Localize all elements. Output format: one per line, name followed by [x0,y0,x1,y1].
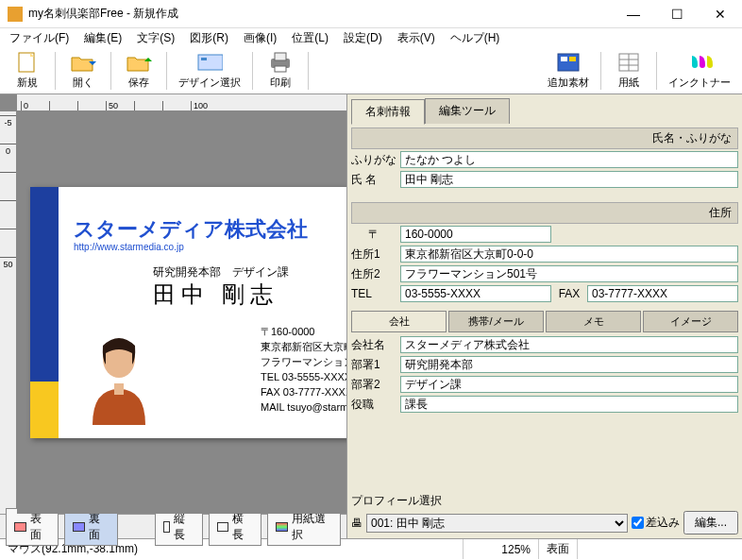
svg-rect-2 [201,58,207,60]
print-button[interactable]: 印刷 [257,49,304,92]
svg-rect-5 [275,66,286,72]
svg-rect-1 [198,55,223,70]
profile-select[interactable]: 001: 田中 剛志 [366,514,628,533]
card-blue-stripe [30,187,59,382]
right-panel: 名刺情報 編集ツール 氏名・ふりがな ふりがな 氏 名 住所 〒 住所1 住所2… [346,94,742,538]
company-input[interactable] [400,336,738,353]
fax-input[interactable] [587,285,738,302]
addr2-input[interactable] [400,265,738,282]
insert-checkbox[interactable]: 差込み [632,515,680,531]
card-address: 〒160-0000 東京都新宿区大京町0-0-0 フラワーマンション501号 T… [261,324,346,415]
canvas-area: 050100 -5050 スターメディア株式会社 http://www.star… [0,94,346,538]
app-icon [8,7,23,22]
subtab-company[interactable]: 会社 [351,311,447,332]
furigana-input[interactable] [400,151,738,168]
profile-select-area: プロフィール選択 🖶 001: 田中 剛志 差込み 編集... [351,493,738,535]
menu-image[interactable]: 画像(I) [238,28,282,48]
subtab-image[interactable]: イメージ [643,311,738,332]
menu-help[interactable]: ヘルプ(H) [445,28,506,48]
section-name: 氏名・ふりがな [351,127,738,149]
menu-text[interactable]: 文字(S) [131,28,180,48]
card-dept: 研究開発本部 デザイン課 [153,264,289,280]
ruler-horizontal: 050100 [17,94,346,111]
ink-button[interactable]: インクトナー [661,49,738,92]
svg-rect-4 [275,53,286,60]
window-title: my名刺倶楽部Free - 新規作成 [28,6,612,22]
canvas-tabs: 表面 裏面 縦長 横長 用紙選択 [0,514,346,538]
menu-edit[interactable]: 編集(E) [78,28,127,48]
tab-edit-tools[interactable]: 編集ツール [425,98,510,124]
subtab-memo[interactable]: メモ [546,311,641,332]
svg-rect-14 [114,383,124,395]
card-yellow-stripe [30,382,59,438]
svg-rect-7 [561,57,567,61]
ruler-vertical: -5050 [0,111,17,514]
status-surface: 表面 [539,539,578,559]
edit-button[interactable]: 編集... [683,511,738,535]
name-input[interactable] [400,171,738,188]
svg-rect-8 [569,57,576,61]
menu-file[interactable]: ファイル(F) [4,28,75,48]
card-url: http://www.starmedia.co.jp [74,242,184,252]
tab-card-info[interactable]: 名刺情報 [351,99,425,125]
status-zoom: 125% [464,539,539,559]
new-button[interactable]: 新規 [4,49,51,92]
role-input[interactable] [400,396,738,413]
menu-position[interactable]: 位置(L) [286,28,334,48]
canvas[interactable]: スターメディア株式会社 http://www.starmedia.co.jp 研… [17,111,346,514]
section-address: 住所 [351,202,738,224]
paper-button[interactable]: 用紙 [605,49,652,92]
menu-bar: ファイル(F) 編集(E) 文字(S) 図形(R) 画像(I) 位置(L) 設定… [0,28,742,47]
minimize-button[interactable]: — [612,0,655,28]
material-button[interactable]: 追加素材 [540,49,597,92]
save-button[interactable]: 保存 [115,49,162,92]
maximize-button[interactable]: ☐ [655,0,699,28]
open-button[interactable]: 開く [59,49,107,92]
menu-shape[interactable]: 図形(R) [184,28,234,48]
printer-icon: 🖶 [351,517,363,530]
card-photo [81,327,157,425]
design-button[interactable]: デザイン選択 [171,49,248,92]
subtab-mobile[interactable]: 携帯/メール [448,311,544,332]
close-button[interactable]: ✕ [699,0,742,28]
card-company: スターメディア株式会社 [74,215,308,244]
business-card[interactable]: スターメディア株式会社 http://www.starmedia.co.jp 研… [30,187,346,438]
tel-input[interactable] [400,285,551,302]
dept2-input[interactable] [400,376,738,393]
toolbar: 新規 開く 保存 デザイン選択 印刷 追加素材 用紙 インクトナー [0,47,742,94]
dept1-input[interactable] [400,356,738,373]
menu-view[interactable]: 表示(V) [392,28,441,48]
addr1-input[interactable] [400,246,738,263]
postal-input[interactable] [400,226,551,243]
menu-setting[interactable]: 設定(D) [338,28,388,48]
card-name: 田中 剛志 [153,280,278,310]
svg-rect-6 [558,54,579,71]
